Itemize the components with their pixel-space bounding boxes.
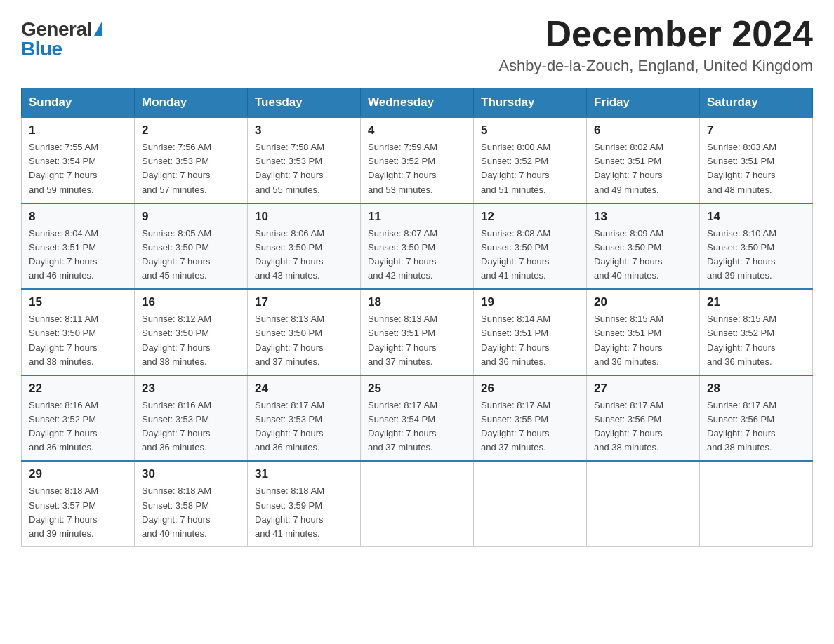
day-detail: Sunrise: 8:15 AMSunset: 3:52 PMDaylight:…	[707, 314, 776, 366]
day-detail: Sunrise: 8:16 AMSunset: 3:52 PMDaylight:…	[29, 400, 98, 452]
calendar-week-row: 15 Sunrise: 8:11 AMSunset: 3:50 PMDaylig…	[22, 289, 813, 375]
day-detail: Sunrise: 7:58 AMSunset: 3:53 PMDaylight:…	[255, 142, 324, 194]
table-row: 26 Sunrise: 8:17 AMSunset: 3:55 PMDaylig…	[474, 375, 587, 462]
day-number: 11	[368, 210, 466, 224]
table-row: 7 Sunrise: 8:03 AMSunset: 3:51 PMDayligh…	[700, 117, 813, 203]
calendar-header-row: Sunday Monday Tuesday Wednesday Thursday…	[22, 88, 813, 118]
calendar-week-row: 29 Sunrise: 8:18 AMSunset: 3:57 PMDaylig…	[22, 461, 813, 546]
day-number: 24	[255, 382, 353, 396]
table-row: 15 Sunrise: 8:11 AMSunset: 3:50 PMDaylig…	[22, 289, 135, 375]
table-row	[361, 461, 474, 546]
day-detail: Sunrise: 8:18 AMSunset: 3:59 PMDaylight:…	[255, 485, 324, 538]
table-row	[700, 461, 813, 546]
col-sunday: Sunday	[22, 88, 135, 118]
table-row	[474, 461, 587, 546]
day-detail: Sunrise: 8:17 AMSunset: 3:56 PMDaylight:…	[707, 400, 776, 452]
day-number: 27	[594, 382, 692, 396]
table-row: 13 Sunrise: 8:09 AMSunset: 3:50 PMDaylig…	[587, 203, 700, 290]
day-number: 6	[594, 123, 692, 137]
table-row: 21 Sunrise: 8:15 AMSunset: 3:52 PMDaylig…	[700, 289, 813, 375]
day-number: 13	[594, 210, 692, 224]
table-row: 31 Sunrise: 8:18 AMSunset: 3:59 PMDaylig…	[248, 461, 361, 546]
logo: General Blue	[21, 20, 102, 59]
day-detail: Sunrise: 8:05 AMSunset: 3:50 PMDaylight:…	[142, 228, 211, 281]
day-number: 1	[29, 123, 127, 137]
calendar-week-row: 1 Sunrise: 7:55 AMSunset: 3:54 PMDayligh…	[22, 117, 813, 203]
day-number: 16	[142, 295, 240, 309]
day-detail: Sunrise: 8:16 AMSunset: 3:53 PMDaylight:…	[142, 400, 211, 452]
day-detail: Sunrise: 8:17 AMSunset: 3:54 PMDaylight:…	[368, 400, 437, 452]
day-detail: Sunrise: 8:15 AMSunset: 3:51 PMDaylight:…	[594, 314, 663, 366]
day-number: 19	[481, 295, 579, 309]
table-row: 30 Sunrise: 8:18 AMSunset: 3:58 PMDaylig…	[135, 461, 248, 546]
day-detail: Sunrise: 8:13 AMSunset: 3:51 PMDaylight:…	[368, 314, 437, 366]
day-detail: Sunrise: 8:07 AMSunset: 3:50 PMDaylight:…	[368, 228, 437, 281]
col-thursday: Thursday	[474, 88, 587, 118]
col-wednesday: Wednesday	[361, 88, 474, 118]
day-number: 12	[481, 210, 579, 224]
day-detail: Sunrise: 8:11 AMSunset: 3:50 PMDaylight:…	[29, 314, 98, 366]
table-row: 14 Sunrise: 8:10 AMSunset: 3:50 PMDaylig…	[700, 203, 813, 290]
day-number: 20	[594, 295, 692, 309]
page-header: General Blue December 2024 Ashby-de-la-Z…	[21, 14, 813, 75]
day-number: 3	[255, 123, 353, 137]
table-row: 11 Sunrise: 8:07 AMSunset: 3:50 PMDaylig…	[361, 203, 474, 290]
day-number: 23	[142, 382, 240, 396]
col-tuesday: Tuesday	[248, 88, 361, 118]
day-detail: Sunrise: 8:17 AMSunset: 3:55 PMDaylight:…	[481, 400, 550, 452]
table-row: 10 Sunrise: 8:06 AMSunset: 3:50 PMDaylig…	[248, 203, 361, 290]
day-detail: Sunrise: 8:14 AMSunset: 3:51 PMDaylight:…	[481, 314, 550, 366]
day-number: 30	[142, 467, 240, 481]
table-row: 8 Sunrise: 8:04 AMSunset: 3:51 PMDayligh…	[22, 203, 135, 290]
day-detail: Sunrise: 7:55 AMSunset: 3:54 PMDaylight:…	[29, 142, 98, 194]
day-detail: Sunrise: 8:09 AMSunset: 3:50 PMDaylight:…	[594, 228, 663, 281]
day-number: 29	[29, 467, 127, 481]
day-detail: Sunrise: 8:04 AMSunset: 3:51 PMDaylight:…	[29, 228, 98, 281]
table-row: 5 Sunrise: 8:00 AMSunset: 3:52 PMDayligh…	[474, 117, 587, 203]
day-number: 17	[255, 295, 353, 309]
title-block: December 2024 Ashby-de-la-Zouch, England…	[498, 14, 813, 75]
table-row: 24 Sunrise: 8:17 AMSunset: 3:53 PMDaylig…	[248, 375, 361, 462]
logo-general-text: General	[21, 20, 92, 39]
table-row: 1 Sunrise: 7:55 AMSunset: 3:54 PMDayligh…	[22, 117, 135, 203]
calendar-table: Sunday Monday Tuesday Wednesday Thursday…	[21, 88, 813, 547]
day-number: 8	[29, 210, 127, 224]
day-number: 31	[255, 467, 353, 481]
location-subtitle: Ashby-de-la-Zouch, England, United Kingd…	[498, 57, 813, 75]
table-row: 6 Sunrise: 8:02 AMSunset: 3:51 PMDayligh…	[587, 117, 700, 203]
day-detail: Sunrise: 8:12 AMSunset: 3:50 PMDaylight:…	[142, 314, 211, 366]
table-row: 27 Sunrise: 8:17 AMSunset: 3:56 PMDaylig…	[587, 375, 700, 462]
day-number: 28	[707, 382, 805, 396]
day-detail: Sunrise: 8:03 AMSunset: 3:51 PMDaylight:…	[707, 142, 776, 194]
day-number: 25	[368, 382, 466, 396]
day-detail: Sunrise: 8:18 AMSunset: 3:58 PMDaylight:…	[142, 485, 211, 538]
day-detail: Sunrise: 8:17 AMSunset: 3:56 PMDaylight:…	[594, 400, 663, 452]
col-saturday: Saturday	[700, 88, 813, 118]
day-number: 26	[481, 382, 579, 396]
day-number: 22	[29, 382, 127, 396]
day-detail: Sunrise: 8:10 AMSunset: 3:50 PMDaylight:…	[707, 228, 776, 281]
day-number: 10	[255, 210, 353, 224]
day-number: 18	[368, 295, 466, 309]
day-detail: Sunrise: 8:00 AMSunset: 3:52 PMDaylight:…	[481, 142, 550, 194]
table-row: 18 Sunrise: 8:13 AMSunset: 3:51 PMDaylig…	[361, 289, 474, 375]
table-row: 22 Sunrise: 8:16 AMSunset: 3:52 PMDaylig…	[22, 375, 135, 462]
table-row: 16 Sunrise: 8:12 AMSunset: 3:50 PMDaylig…	[135, 289, 248, 375]
table-row: 12 Sunrise: 8:08 AMSunset: 3:50 PMDaylig…	[474, 203, 587, 290]
day-number: 4	[368, 123, 466, 137]
table-row: 28 Sunrise: 8:17 AMSunset: 3:56 PMDaylig…	[700, 375, 813, 462]
calendar-week-row: 22 Sunrise: 8:16 AMSunset: 3:52 PMDaylig…	[22, 375, 813, 462]
table-row: 20 Sunrise: 8:15 AMSunset: 3:51 PMDaylig…	[587, 289, 700, 375]
table-row: 19 Sunrise: 8:14 AMSunset: 3:51 PMDaylig…	[474, 289, 587, 375]
day-number: 21	[707, 295, 805, 309]
table-row	[587, 461, 700, 546]
table-row: 29 Sunrise: 8:18 AMSunset: 3:57 PMDaylig…	[22, 461, 135, 546]
day-number: 9	[142, 210, 240, 224]
day-detail: Sunrise: 8:17 AMSunset: 3:53 PMDaylight:…	[255, 400, 324, 452]
table-row: 25 Sunrise: 8:17 AMSunset: 3:54 PMDaylig…	[361, 375, 474, 462]
calendar-week-row: 8 Sunrise: 8:04 AMSunset: 3:51 PMDayligh…	[22, 203, 813, 290]
col-monday: Monday	[135, 88, 248, 118]
logo-blue-text: Blue	[21, 39, 62, 59]
day-number: 2	[142, 123, 240, 137]
day-detail: Sunrise: 8:06 AMSunset: 3:50 PMDaylight:…	[255, 228, 324, 281]
